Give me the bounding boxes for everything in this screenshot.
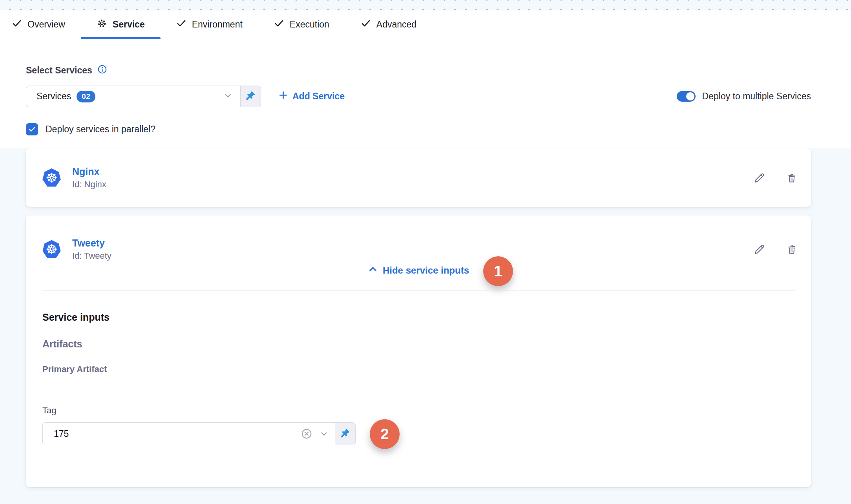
pin-runtime-input-button[interactable]: [240, 86, 261, 107]
edit-service-button[interactable]: [754, 243, 765, 255]
hide-service-inputs-button[interactable]: Hide service inputs: [26, 264, 811, 277]
pin-runtime-input-button[interactable]: [335, 423, 355, 445]
tab-advanced[interactable]: Advanced: [345, 10, 432, 39]
hide-service-inputs-label: Hide service inputs: [383, 265, 469, 276]
add-service-button[interactable]: Add Service: [278, 90, 345, 102]
annotation-badge-2: 2: [370, 419, 400, 449]
delete-service-button[interactable]: [786, 172, 798, 184]
services-dropdown-trigger[interactable]: Services 02: [26, 86, 240, 107]
tab-overview[interactable]: Overview: [0, 10, 81, 39]
service-config-panel: Select Services Services 02: [0, 64, 851, 135]
tag-input[interactable]: [54, 429, 294, 439]
primary-artifact-heading: Primary Artifact: [42, 364, 107, 374]
service-id: Id: Nginx: [72, 179, 106, 190]
service-card-nginx: ☸ Nginx Id: Nginx: [26, 148, 811, 207]
canvas-dots-strip: [0, 0, 851, 10]
check-icon: [274, 18, 284, 31]
chevron-down-icon[interactable]: [223, 91, 232, 102]
deploy-parallel-checkbox[interactable]: [26, 123, 38, 135]
tab-label: Service: [113, 19, 145, 30]
artifacts-heading: Artifacts: [42, 338, 82, 350]
trash-icon: [786, 243, 798, 256]
services-count-badge: 02: [77, 91, 95, 102]
service-inputs-heading: Service inputs: [42, 312, 110, 323]
tag-label: Tag: [42, 405, 56, 416]
services-dropdown-value: Services: [37, 91, 71, 102]
chevron-down-icon[interactable]: [320, 429, 329, 438]
gear-icon: [97, 18, 107, 31]
service-cards-region: ☸ Nginx Id: Nginx ☸ Tweety Id: Tweety: [0, 148, 851, 504]
service-name-link[interactable]: Nginx: [72, 166, 106, 177]
check-icon: [176, 18, 186, 31]
tab-service[interactable]: Service: [81, 10, 161, 39]
service-id: Id: Tweety: [72, 251, 111, 261]
pencil-icon: [754, 243, 765, 255]
select-services-label: Select Services: [26, 65, 92, 76]
tab-label: Execution: [290, 19, 329, 30]
check-icon: [12, 18, 22, 31]
check-icon: [361, 18, 371, 31]
tab-label: Environment: [192, 19, 243, 30]
kubernetes-icon: ☸: [42, 168, 61, 187]
annotation-badge-1: 1: [483, 256, 513, 286]
service-name-link[interactable]: Tweety: [72, 237, 111, 249]
tab-label: Overview: [27, 19, 65, 30]
pencil-icon: [754, 172, 765, 184]
stage-tabbar: Overview Service Environment Execution A…: [0, 10, 851, 39]
deploy-parallel-label: Deploy services in parallel?: [46, 124, 155, 135]
edit-service-button[interactable]: [754, 172, 765, 184]
deploy-multiple-services-toggle[interactable]: [677, 91, 696, 102]
tab-label: Advanced: [376, 19, 416, 30]
clear-icon[interactable]: [301, 428, 312, 440]
service-card-tweety: ☸ Tweety Id: Tweety Hide service inputs …: [26, 215, 811, 487]
tab-execution[interactable]: Execution: [258, 10, 345, 39]
services-dropdown: Services 02: [26, 86, 261, 107]
plus-icon: [278, 90, 288, 102]
info-icon[interactable]: [97, 64, 107, 77]
delete-service-button[interactable]: [786, 243, 798, 256]
add-service-label: Add Service: [292, 91, 345, 102]
pin-icon: [340, 428, 351, 440]
check-icon: [28, 126, 36, 133]
deploy-multiple-services-label: Deploy to multiple Services: [702, 91, 811, 102]
pin-icon: [245, 90, 256, 102]
kubernetes-icon: ☸: [42, 240, 61, 259]
divider: [42, 290, 795, 290]
chevron-up-icon: [368, 264, 378, 277]
trash-icon: [786, 172, 798, 184]
tag-field: [42, 422, 356, 445]
tab-environment[interactable]: Environment: [161, 10, 258, 39]
toggle-knob: [686, 92, 694, 100]
